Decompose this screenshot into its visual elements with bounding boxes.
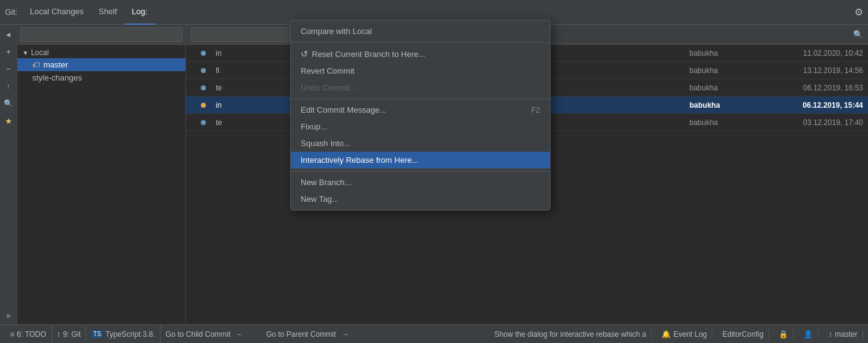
menu-separator [291,171,550,172]
menu-item-undo-commit: Undo Commit... [291,79,550,96]
context-menu-overlay[interactable]: Compare with Local ↺ Reset Current Branc… [0,0,868,343]
menu-separator [291,42,550,43]
menu-item-new-branch[interactable]: New Branch... [291,174,550,191]
menu-item-fixup[interactable]: Fixup... [291,118,550,135]
menu-item-interactive-rebase[interactable]: Interactively Rebase from Here... [291,152,550,168]
reset-icon: ↺ [301,49,308,59]
menu-item-compare-local[interactable]: Compare with Local [291,23,550,40]
menu-item-edit-commit-msg[interactable]: Edit Commit Message... F2 [291,102,550,118]
menu-item-revert-commit[interactable]: Revert Commit [291,63,550,79]
menu-item-new-tag[interactable]: New Tag... [291,191,550,207]
menu-item-reset-branch[interactable]: ↺ Reset Current Branch to Here... [291,45,550,63]
context-menu: Compare with Local ↺ Reset Current Branc… [290,20,551,211]
menu-item-squash[interactable]: Squash Into... [291,135,550,152]
menu-separator [291,98,550,99]
